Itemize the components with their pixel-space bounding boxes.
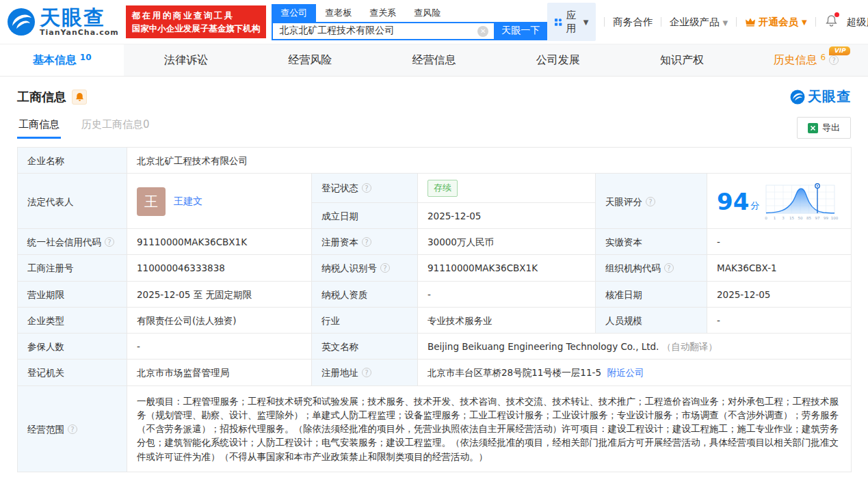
tab-intellectual-property[interactable]: 知识产权 [620,44,744,76]
tab-company-development-label: 公司发展 [536,53,580,68]
company-nav-tabs: 基本信息 10 法律诉讼 经营风险 经营信息 公司发展 知识产权 VIP 历史信… [0,44,868,77]
divider [815,17,816,27]
field-label: 参保人数 [18,334,127,360]
help-icon[interactable] [646,197,655,206]
org-code-value: MAK36CBX-1 [707,255,852,281]
table-row: 企业名称 北京北矿工程技术有限公司 [18,148,852,174]
field-label: 企业名称 [18,148,127,174]
apps-label: 应用 [566,9,580,35]
taxpayer-id-value: 91110000MAK36CBX1K [418,255,596,281]
svg-text:0: 0 [765,216,768,220]
field-label: 实缴资本 [596,229,707,255]
tab-basic-info-label: 基本信息 [33,53,77,68]
field-label: 登记状态 [312,174,418,203]
tab-operating-risk[interactable]: 经营风险 [248,44,372,76]
field-label: 法定代表人 [18,174,127,229]
field-label: 行业 [312,307,418,333]
search-input[interactable] [272,22,494,40]
table-row: 企业类型 有限责任公司(法人独资) 行业 专业技术服务业 人员规模 - [18,307,852,333]
field-label: 注册资本 [312,229,418,255]
field-label: 纳税人识别号 [312,255,418,281]
enterprise-product-menu[interactable]: 企业级产品 [670,16,728,29]
tab-history-info-label: 历史信息 [774,53,817,68]
business-term-value: 2025-12-05 至 无固定期限 [127,281,312,307]
svg-text:99: 99 [824,216,828,220]
svg-text:1: 1 [774,216,776,220]
score-value: 94 [717,190,749,213]
tianyancha-logo-icon [790,90,805,105]
help-icon[interactable] [68,424,77,434]
help-icon[interactable] [380,263,390,273]
field-label: 统一社会信用代码 [18,229,127,255]
search-tab-boss[interactable]: 查老板 [316,4,360,22]
logo-domain-text: TianYanCha.com [40,28,119,37]
company-type-value: 有限责任公司(法人独资) [127,307,312,333]
reg-authority-value: 北京市市场监督管理局 [127,360,312,385]
search-tab-relation[interactable]: 查关系 [360,4,405,22]
legal-rep-link[interactable]: 王建文 [174,194,202,208]
svg-text:100: 100 [831,216,839,220]
divider [736,17,737,27]
industry-value: 专业技术服务业 [418,307,596,333]
help-icon[interactable] [362,237,371,247]
section-title: 工商信息 [17,89,66,105]
header-right-nav: 应用 商务合作 企业级产品 开通会员 超级风... [547,3,868,41]
help-icon[interactable] [105,237,114,247]
user-account-menu[interactable]: 超级风... [846,16,868,29]
table-row: 统一社会信用代码 91110000MAK36CBX1K 注册资本 30000万人… [18,229,852,255]
business-cooperation-link[interactable]: 商务合作 [613,16,653,29]
table-row: 参保人数 - 英文名称 Beijing Beikuang Engineering… [18,334,852,360]
field-label: 企业类型 [18,307,127,333]
tab-operating-info[interactable]: 经营信息 [372,44,496,76]
search-tab-risk[interactable]: 查风险 [405,4,449,22]
user-account-label: 超级风... [846,16,868,27]
tab-basic-info[interactable]: 基本信息 10 [0,44,124,76]
tab-company-development[interactable]: 公司发展 [496,44,620,76]
field-label: 英文名称 [312,334,418,360]
tab-operating-info-label: 经营信息 [412,53,456,68]
table-row: 营业期限 2025-12-05 至 无固定期限 纳税人资质 - 核准日期 202… [18,281,852,307]
notification-bell-button[interactable] [825,14,838,29]
tianyancha-logo[interactable]: 天眼查 TianYanCha.com [7,8,119,37]
svg-text:97: 97 [815,216,820,220]
help-icon[interactable] [362,368,371,377]
notification-dot [834,12,839,17]
taxpayer-quality-value: - [418,281,596,307]
promo-line2: 国家中小企业发展子基金旗下机构 [132,22,261,35]
subtab-history-business-info[interactable]: 历史工商信息0 [80,113,151,139]
field-label: 营业期限 [18,281,127,307]
table-row: 法定代表人 王 王建文 登记状态 存续 天眼评分 94 分 [18,174,852,203]
staff-size-value: - [707,307,852,333]
score-axis-labels: 0 1 3 15 50 85 97 99 100 [765,216,839,220]
bell-icon [75,92,84,102]
avatar[interactable]: 王 [137,187,166,216]
tab-history-info[interactable]: VIP 历史信息 6 [744,44,868,76]
reg-address-value: 北京市丰台区草桥28号院11号楼一层11-5 附近公司 [418,360,852,385]
search-tab-company[interactable]: 查公司 [272,4,316,22]
help-icon[interactable] [664,263,674,273]
field-label: 组织机构代码 [596,255,707,281]
apps-menu-button[interactable]: 应用 [547,3,596,41]
excel-icon [808,123,818,133]
search-area: 查公司 查老板 查关系 查风险 天眼一下 [272,4,547,40]
field-label: 工商注册号 [18,255,127,281]
table-row: 经营范围 一般项目：工程管理服务；工程和技术研究和试验发展；技术服务、技术开发、… [18,385,852,472]
subscribe-bell-button[interactable] [72,90,87,105]
clear-search-icon[interactable] [477,26,488,37]
field-label: 天眼评分 [596,174,707,229]
nearby-companies-link[interactable]: 附近公司 [607,367,644,378]
search-button[interactable]: 天眼一下 [494,22,547,40]
help-icon[interactable] [362,183,371,193]
subtab-business-info[interactable]: 工商信息 [17,113,61,139]
enterprise-product-label: 企业级产品 [670,16,720,27]
promo-line1: 都在用的商业查询工具 [132,9,261,22]
open-vip-menu[interactable]: 开通会员 [745,16,807,29]
credit-code-value: 91110000MAK36CBX1K [127,229,312,255]
establish-date-value: 2025-12-05 [418,202,596,228]
score-distribution-chart[interactable]: 0 1 3 15 50 85 97 99 100 [763,181,840,222]
tab-legal-litigation[interactable]: 法律诉讼 [124,44,248,76]
export-button[interactable]: 导出 [797,117,851,139]
help-icon[interactable] [829,55,839,65]
svg-text:3: 3 [782,216,785,220]
field-label: 人员规模 [596,307,707,333]
